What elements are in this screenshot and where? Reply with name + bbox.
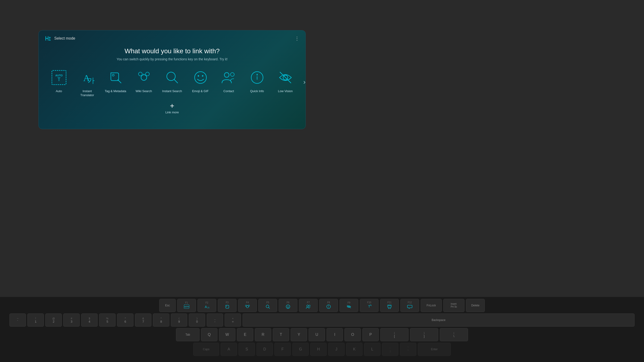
key-h[interactable]: H (310, 343, 327, 356)
key-f[interactable]: F (274, 343, 291, 356)
key-l[interactable]: L (364, 343, 380, 356)
key-backtick[interactable]: ~ ` (10, 314, 26, 327)
key-f12[interactable]: F12 (400, 299, 419, 312)
link-more-section[interactable]: + Link more (44, 102, 301, 114)
key-fnlock-label: FnLock (426, 304, 436, 307)
key-8[interactable]: * 8 (153, 314, 169, 327)
key-w[interactable]: W (219, 328, 236, 341)
key-i[interactable]: I (326, 328, 343, 341)
key-f3[interactable]: F3 (218, 299, 236, 312)
mode-auto[interactable]: AUTO T Auto (47, 68, 71, 93)
key-insert[interactable]: InsertPrt Sc (443, 299, 464, 312)
key-y[interactable]: Y (291, 328, 307, 341)
key-u[interactable]: U (308, 328, 325, 341)
key-s[interactable]: S (238, 343, 255, 356)
mode-low-vision[interactable]: Low Vision (274, 68, 297, 93)
link-more-plus-icon: + (170, 102, 174, 110)
wiki-search-icon-wrap (134, 68, 153, 87)
key-minus[interactable]: _ - (207, 314, 223, 327)
key-bracket-close[interactable]: } ] (410, 328, 438, 341)
key-bracket-open[interactable]: { [ (380, 328, 408, 341)
svg-text:T: T (57, 76, 60, 82)
quick-info-icon-wrap: i (248, 68, 266, 87)
key-f7[interactable]: F7 (299, 299, 318, 312)
key-semicolon[interactable]: : ; (382, 343, 398, 356)
key-9[interactable]: ( 9 (171, 314, 187, 327)
key-tab[interactable]: Tab (176, 328, 200, 341)
key-f10[interactable]: F10 T (360, 299, 378, 312)
key-f9[interactable]: F9 (340, 299, 358, 312)
key-f5-icon (266, 304, 270, 310)
key-0[interactable]: ) 0 (189, 314, 205, 327)
key-quote[interactable]: " ' (400, 343, 416, 356)
quick-info-icon: i (249, 69, 266, 86)
key-2[interactable]: @ 2 (45, 314, 62, 327)
next-arrow-button[interactable]: › (303, 78, 306, 86)
key-f1[interactable]: F1 AUTO (177, 299, 196, 312)
mode-wiki-search[interactable]: Wiki Search (132, 68, 156, 93)
instant-translator-icon: A 가 (79, 69, 96, 86)
key-backspace[interactable]: Backspace (242, 314, 634, 327)
key-k[interactable]: K (346, 343, 362, 356)
key-f8[interactable]: F8 i (319, 299, 338, 312)
key-equals[interactable]: + = (224, 314, 241, 327)
key-f11[interactable]: F11 (380, 299, 399, 312)
instant-search-icon-wrap (163, 68, 182, 87)
mode-emoji-gif[interactable]: Emoji & GIF (189, 68, 212, 93)
emoji-gif-icon-wrap (191, 68, 210, 87)
svg-point-17 (224, 73, 229, 77)
key-backslash[interactable]: | \ (440, 328, 468, 341)
key-f4[interactable]: F4 (238, 299, 257, 312)
key-f6[interactable]: F6 (278, 299, 298, 312)
key-backspace-label: Backspace (432, 318, 446, 322)
key-f2-icon: A 가 (204, 305, 210, 310)
key-f1-icon: AUTO (184, 305, 190, 310)
key-d[interactable]: D (256, 343, 273, 356)
menu-dots-button[interactable]: ⋮ (295, 35, 300, 41)
mode-quick-info[interactable]: i Quick Info (245, 68, 269, 93)
key-f8-label: F8 (327, 301, 330, 304)
key-f2-label: F2 (206, 302, 208, 304)
key-g[interactable]: G (292, 343, 309, 356)
key-6[interactable]: ^ 6 (117, 314, 134, 327)
mode-instant-search[interactable]: Instant Search (160, 68, 184, 93)
mode-tag-metadata[interactable]: Tag & Metadata (104, 68, 128, 93)
keyboard-row-qwerty: Tab Q W E R T Y U I O P { [ } ] | \ (10, 328, 634, 341)
main-question: What would you like to link with? (44, 47, 301, 55)
svg-point-36 (288, 306, 289, 307)
svg-text:가: 가 (207, 306, 210, 309)
key-enter[interactable]: Enter (418, 343, 451, 356)
key-1[interactable]: ! 1 (27, 314, 44, 327)
instant-search-icon (164, 69, 180, 86)
low-vision-icon-wrap (276, 68, 295, 87)
dialog-title: Select mode (54, 36, 75, 40)
key-e[interactable]: E (237, 328, 253, 341)
key-fnlock[interactable]: FnLock (420, 299, 442, 312)
key-5[interactable]: % 5 (99, 314, 116, 327)
svg-point-21 (256, 74, 258, 75)
key-o[interactable]: O (344, 328, 361, 341)
key-3[interactable]: # 3 (63, 314, 80, 327)
key-f9-icon (346, 305, 352, 310)
mode-contact[interactable]: Contact (217, 68, 240, 93)
key-f9-label: F9 (348, 302, 350, 304)
key-4[interactable]: $ 4 (81, 314, 98, 327)
key-f5[interactable]: F5 (258, 299, 277, 312)
mode-instant-translator[interactable]: A 가 Instant Translator (76, 68, 99, 97)
key-7[interactable]: & 7 (135, 314, 152, 327)
wiki-search-label: Wiki Search (136, 89, 152, 93)
quick-info-label: Quick Info (250, 89, 264, 93)
key-f12-icon (407, 304, 412, 310)
key-j[interactable]: J (328, 343, 345, 356)
key-esc[interactable]: Esc (159, 299, 176, 312)
key-delete[interactable]: Delete (466, 299, 485, 312)
key-q[interactable]: Q (201, 328, 218, 341)
key-caps[interactable]: Caps (193, 343, 219, 356)
key-p[interactable]: P (362, 328, 379, 341)
modes-row: AUTO T Auto A 가 Instant Translator (44, 68, 301, 97)
key-f2[interactable]: F2 A 가 (198, 299, 216, 312)
key-a[interactable]: A (220, 343, 237, 356)
key-t[interactable]: T (273, 328, 289, 341)
key-r[interactable]: R (255, 328, 271, 341)
tag-metadata-label: Tag & Metadata (105, 89, 126, 93)
